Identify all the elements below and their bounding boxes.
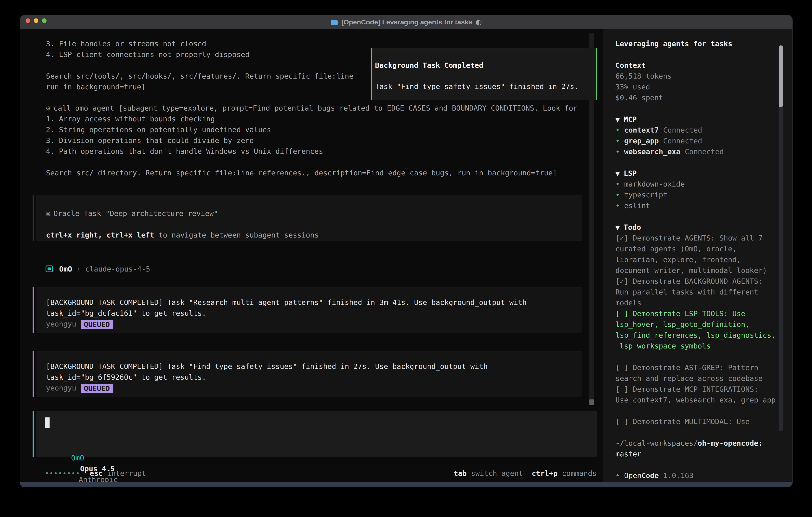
terminal-line: Search src/tools/, src/hooks/, src/featu… bbox=[46, 71, 353, 82]
text-cursor bbox=[45, 417, 50, 428]
titlebar: [OpenCode] Leveraging agents for tasks ◐ bbox=[20, 15, 792, 29]
spinner-dots-icon bbox=[46, 472, 79, 474]
brand-name: Open bbox=[624, 471, 642, 480]
todo-line: curated agents (OmO, oracle, bbox=[615, 244, 792, 254]
status-left: esc interrupt bbox=[46, 469, 146, 478]
mcp-status: Connected bbox=[663, 126, 702, 134]
oracle-title: Oracle Task "Deep architecture review" bbox=[54, 209, 218, 218]
agent-name: OmO bbox=[59, 265, 72, 273]
terminal-line: 3. Division operations that could divide… bbox=[46, 135, 577, 146]
terminal-line: 4. LSP client connections not properly d… bbox=[46, 49, 353, 60]
agent-model: · claude-opus-4-5 bbox=[77, 265, 150, 273]
bullet-icon: • bbox=[615, 147, 620, 156]
moon-icon: ◐ bbox=[475, 18, 482, 26]
lsp-name: eslint bbox=[624, 201, 650, 210]
terminal-line: 2. String operations on potentially unde… bbox=[46, 124, 577, 135]
task-meta-line: yeongyuQUEUED bbox=[46, 319, 582, 329]
workspace-path: ~/local-workspaces/oh-my-opencode: bbox=[615, 438, 792, 448]
spacer bbox=[615, 459, 792, 470]
todo-line: document-writer, multimodal-looker) bbox=[615, 265, 792, 276]
task-text-line: [BACKGROUND TASK COMPLETED] Task "Find t… bbox=[46, 361, 582, 372]
shortcut-keys: ctrl+x right, ctrl+x left bbox=[46, 231, 154, 239]
bullet-icon: • bbox=[615, 126, 620, 134]
session-title: Leveraging agents for tasks bbox=[615, 38, 792, 49]
esc-key-label bbox=[103, 469, 107, 478]
background-task-toast[interactable]: Background Task Completed Task "Find typ… bbox=[371, 48, 597, 100]
sidebar-scrollbar-thumb[interactable] bbox=[779, 45, 783, 107]
switch-agent-label: switch agent bbox=[471, 469, 523, 478]
interrupt-label: interrupt bbox=[107, 469, 146, 478]
status-bar: esc interrupt tab switch agent ctrl+p co… bbox=[46, 468, 597, 479]
version-number: 1.0.163 bbox=[663, 471, 694, 480]
task-box-border bbox=[33, 351, 34, 397]
esc-key-hint: esc bbox=[90, 469, 103, 478]
gear-icon: ⚙ bbox=[46, 104, 50, 112]
todo-heading: Todo bbox=[624, 223, 641, 231]
terminal-line bbox=[46, 60, 353, 71]
task-author: yeongyu bbox=[46, 384, 76, 392]
task-author: yeongyu bbox=[46, 320, 76, 328]
todo-line: [✓] Demonstrate BACKGROUND AGENTS: bbox=[615, 276, 792, 287]
window-title-group: [OpenCode] Leveraging agents for tasks ◐ bbox=[20, 15, 792, 29]
todo-line: [✓] Demonstrate AGENTS: Show all 7 bbox=[615, 233, 792, 244]
commands-label: commands bbox=[562, 469, 597, 478]
status-right: tab switch agent ctrl+p commands bbox=[454, 469, 597, 478]
terminal-line: Search src/ directory. Return specific f… bbox=[46, 167, 577, 178]
task-box-border bbox=[33, 287, 34, 333]
task-meta-line: yeongyuQUEUED bbox=[46, 383, 582, 393]
terminal-scrollback: 3. File handles or streams not closed 4.… bbox=[46, 38, 353, 92]
task-message: [BACKGROUND TASK COMPLETED] Task "Find t… bbox=[36, 351, 582, 397]
model-info-line: OmO Opus 4.5 Anthropic bbox=[45, 442, 118, 453]
mcp-heading: MCP bbox=[624, 115, 637, 124]
mcp-item: •grep_appConnected bbox=[615, 136, 792, 146]
mcp-status: Connected bbox=[685, 147, 724, 156]
chevron-down-icon: ▼ bbox=[615, 116, 620, 123]
prompt-input[interactable]: OmO Opus 4.5 Anthropic bbox=[36, 411, 597, 457]
brand-name-bold: Code bbox=[641, 471, 659, 480]
spacer bbox=[615, 211, 792, 222]
window-bottom-edge bbox=[20, 482, 792, 487]
shortcut-hint: to navigate between subagent sessions bbox=[154, 231, 319, 239]
bullet-icon: • bbox=[615, 191, 620, 199]
bullet-icon: • bbox=[615, 137, 620, 145]
spacer bbox=[615, 103, 792, 114]
ctrlp-key-hint: ctrl+p bbox=[532, 469, 558, 478]
bullet-icon: • bbox=[615, 180, 620, 188]
context-spent: $0.46 spent bbox=[615, 92, 792, 103]
bullet-icon: • bbox=[615, 201, 620, 210]
spacer bbox=[615, 427, 792, 438]
bullet-icon: • bbox=[615, 471, 620, 480]
context-tokens: 66,518 tokens bbox=[615, 71, 792, 82]
chevron-down-icon: ▼ bbox=[615, 224, 620, 231]
chevron-down-icon: ▼ bbox=[615, 170, 620, 177]
main-scrollbar-thumb[interactable] bbox=[589, 400, 594, 405]
status-badge: QUEUED bbox=[81, 320, 113, 329]
workspace-path-prefix: ~/local-workspaces/ bbox=[615, 439, 698, 447]
context-heading: Context bbox=[615, 60, 792, 71]
lsp-heading: LSP bbox=[624, 169, 637, 177]
todo-line: search and replace across codebase bbox=[615, 373, 792, 384]
folder-icon bbox=[330, 19, 338, 25]
app-version: •OpenCode1.0.163 bbox=[615, 470, 792, 481]
mcp-section-header[interactable]: ▼MCP bbox=[615, 114, 792, 125]
record-icon: ◉ bbox=[46, 209, 50, 218]
spacer-line bbox=[46, 219, 582, 230]
context-used: 33% used bbox=[615, 82, 792, 92]
spacer bbox=[615, 49, 792, 60]
lsp-section-header[interactable]: ▼LSP bbox=[615, 168, 792, 179]
mcp-status: Connected bbox=[663, 137, 702, 145]
terminal-line: 1. Array access without bounds checking bbox=[46, 113, 577, 124]
spacer bbox=[615, 157, 792, 168]
terminal-line: 3. File handles or streams not closed bbox=[46, 38, 353, 49]
input-agent-name: OmO bbox=[71, 454, 84, 462]
oracle-title-line: ◉Oracle Task "Deep architecture review" bbox=[46, 208, 582, 219]
todo-section-header[interactable]: ▼Todo bbox=[615, 222, 792, 233]
todo-line: [ ] Demonstrate MULTIMODAL: Use bbox=[615, 416, 792, 427]
tool-call-text: call_omo_agent [subagent_type=explore, p… bbox=[54, 104, 578, 112]
task-text-line: task_id="bg_dcfac161" to get results. bbox=[46, 308, 582, 319]
todo-line: [ ] Demonstrate AST-GREP: Pattern bbox=[615, 362, 792, 373]
todo-line: Run parallel tasks with different bbox=[615, 287, 792, 298]
mcp-name: context7 bbox=[624, 126, 659, 134]
terminal-line bbox=[46, 157, 577, 167]
toast-body: Task "Find type safety issues" finished … bbox=[375, 81, 579, 92]
